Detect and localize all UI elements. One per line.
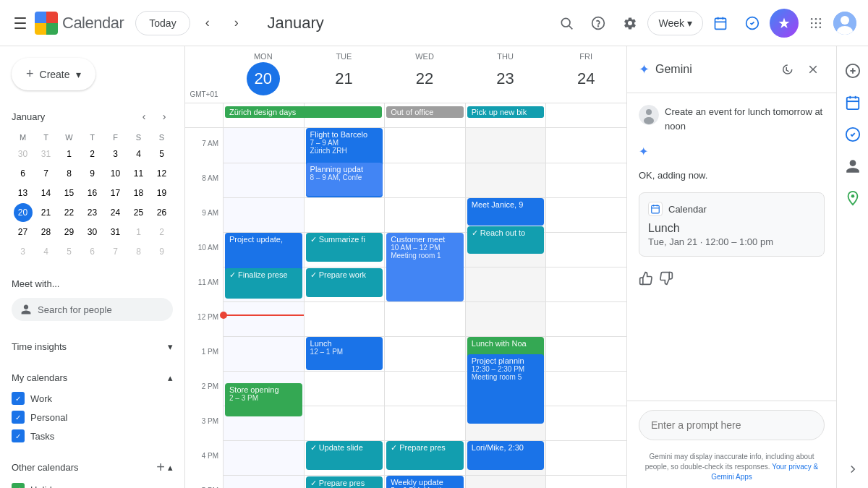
mini-cal-day[interactable]: 2 — [83, 145, 102, 163]
calendar-holidays[interactable]: ✓ Holidays — [12, 480, 173, 488]
mini-cal-day[interactable]: 1 — [129, 223, 148, 241]
pick-up-bike-event[interactable]: Pick up new bik — [467, 106, 545, 118]
event-prepare-pres-wed[interactable]: ✓ Prepare pres — [386, 441, 464, 470]
create-button[interactable]: + Create ▾ — [12, 58, 95, 90]
help-button[interactable] — [584, 9, 613, 38]
search-button[interactable] — [552, 9, 581, 38]
mini-cal-day[interactable]: 25 — [129, 203, 148, 222]
right-tasks-button[interactable] — [840, 121, 866, 147]
mini-cal-day[interactable]: 21 — [37, 203, 56, 222]
event-update-slide[interactable]: ✓ Update slide — [306, 441, 383, 470]
mini-cal-day[interactable]: 17 — [106, 184, 125, 202]
mini-cal-day[interactable]: 30 — [14, 145, 33, 163]
other-calendars-header[interactable]: Other calendars + ▴ — [12, 454, 173, 480]
prev-nav-arrow[interactable]: ‹ — [196, 12, 219, 35]
mini-cal-day[interactable]: 29 — [60, 223, 79, 241]
event-prepare-work[interactable]: ✓ Prepare work — [306, 268, 383, 297]
mini-cal-day[interactable]: 5 — [153, 145, 171, 163]
mini-cal-day[interactable]: 6 — [83, 242, 102, 261]
meet-with-header[interactable]: Meet with... — [12, 273, 173, 295]
zurich-design-days-event[interactable]: Zürich design days — [225, 106, 382, 118]
day-header-fri[interactable]: FRI 24 — [545, 46, 626, 103]
event-lunch-tue[interactable]: Lunch 12 – 1 PM — [306, 337, 383, 370]
mini-cal-next[interactable]: › — [156, 108, 173, 125]
mini-cal-day[interactable]: 7 — [106, 242, 125, 261]
mini-cal-day[interactable]: 16 — [83, 184, 102, 202]
mini-cal-day[interactable]: 5 — [60, 242, 79, 261]
mini-cal-day[interactable]: 4 — [129, 145, 148, 163]
mini-cal-day[interactable]: 8 — [60, 164, 79, 183]
event-summarize-fi[interactable]: ✓ Summarize fi — [306, 233, 383, 262]
mini-cal-day[interactable]: 14 — [37, 184, 56, 202]
event-lori-mike[interactable]: Lori/Mike, 2:30 — [467, 441, 545, 470]
mini-cal-day[interactable]: 31 — [37, 145, 56, 163]
time-insights-header[interactable]: Time insights ▾ — [12, 335, 173, 358]
mini-cal-day[interactable]: 7 — [37, 164, 56, 183]
mini-cal-day[interactable]: 31 — [106, 223, 125, 241]
mini-cal-prev[interactable]: ‹ — [135, 108, 153, 125]
mini-cal-day[interactable]: 4 — [37, 242, 56, 261]
today-button[interactable]: Today — [135, 11, 190, 35]
day-header-wed[interactable]: WED 22 — [384, 46, 465, 103]
mini-cal-day[interactable]: 3 — [106, 145, 125, 163]
thumbs-up-button[interactable] — [639, 271, 653, 289]
gemini-event-card[interactable]: Calendar Lunch Tue, Jan 21 · 12:00 – 1:0… — [639, 192, 825, 257]
right-expand-button[interactable] — [840, 456, 866, 482]
event-project-planning[interactable]: Project plannin 12:30 – 2:30 PM Meeting … — [467, 354, 545, 424]
mini-cal-day[interactable]: 18 — [129, 184, 148, 202]
event-weekly-update[interactable]: Weekly update 5 – 6 PM, Meeti — [386, 476, 464, 488]
mini-cal-day[interactable]: 28 — [37, 223, 56, 241]
right-people-button[interactable] — [840, 153, 866, 179]
mini-cal-day[interactable]: 6 — [14, 164, 33, 183]
event-meet-janice[interactable]: Meet Janice, 9 — [467, 198, 545, 226]
menu-icon[interactable] — [12, 14, 29, 32]
right-calendar-button[interactable] — [840, 90, 866, 116]
event-reach-out[interactable]: ✓ Reach out to — [467, 226, 545, 254]
mini-cal-day[interactable]: 19 — [153, 184, 171, 202]
mini-cal-day[interactable]: 24 — [106, 203, 125, 222]
mini-cal-day[interactable]: 26 — [153, 203, 171, 222]
add-calendar-button[interactable]: + — [156, 460, 165, 474]
mini-cal-day[interactable]: 22 — [60, 203, 79, 222]
mini-cal-day[interactable]: 15 — [60, 184, 79, 202]
calendar-personal[interactable]: ✓ Personal — [12, 408, 173, 427]
search-people-input[interactable]: Search for people — [12, 298, 173, 321]
tasks-button[interactable] — [738, 9, 767, 38]
mini-cal-day[interactable]: 23 — [83, 203, 102, 222]
gemini-close-button[interactable] — [801, 58, 825, 81]
mini-cal-day[interactable]: 9 — [153, 242, 171, 261]
mini-cal-day[interactable]: 1 — [60, 145, 79, 163]
my-calendars-header[interactable]: My calendars ▴ — [12, 367, 173, 389]
mini-cal-day[interactable]: 13 — [14, 184, 33, 202]
out-of-office-event[interactable]: Out of office — [386, 106, 464, 118]
mini-cal-day[interactable]: 27 — [14, 223, 33, 241]
calendar-view-button[interactable] — [706, 9, 735, 38]
settings-button[interactable] — [616, 9, 644, 38]
apps-button[interactable] — [801, 9, 830, 38]
mini-cal-day[interactable]: 10 — [106, 164, 125, 183]
avatar[interactable] — [833, 12, 856, 35]
event-finalize-pres[interactable]: ✓ Finalize prese — [225, 268, 302, 299]
mini-cal-day[interactable]: 2 — [153, 223, 171, 241]
day-header-mon[interactable]: MON 20 — [223, 46, 304, 103]
mini-cal-day[interactable]: 12 — [153, 164, 171, 183]
mini-cal-day[interactable]: 8 — [129, 242, 148, 261]
gemini-prompt-input[interactable] — [639, 410, 825, 440]
next-nav-arrow[interactable]: › — [225, 12, 248, 35]
day-header-thu[interactable]: THU 23 — [465, 46, 546, 103]
gemini-button[interactable] — [770, 9, 799, 38]
mini-cal-day[interactable]: 11 — [129, 164, 148, 183]
mini-cal-day-today[interactable]: 20 — [14, 203, 33, 222]
event-prepare-pres-tue[interactable]: ✓ Prepare pres — [306, 476, 383, 488]
mini-cal-day[interactable]: 30 — [83, 223, 102, 241]
add-event-button[interactable] — [840, 58, 866, 84]
event-store-opening[interactable]: Store opening 2 – 3 PM — [225, 383, 302, 416]
event-customer-meet[interactable]: Customer meet 10 AM – 12 PM Meeting room… — [386, 233, 464, 301]
right-maps-button[interactable] — [840, 185, 866, 211]
event-planning-update[interactable]: Planning updat 8 – 9 AM, Confe — [306, 163, 383, 196]
thumbs-down-button[interactable] — [659, 271, 673, 289]
calendar-work[interactable]: ✓ Work — [12, 389, 173, 408]
week-view-button[interactable]: Week ▾ — [647, 11, 703, 35]
gemini-history-button[interactable] — [775, 58, 799, 81]
mini-cal-day[interactable]: 3 — [14, 242, 33, 261]
